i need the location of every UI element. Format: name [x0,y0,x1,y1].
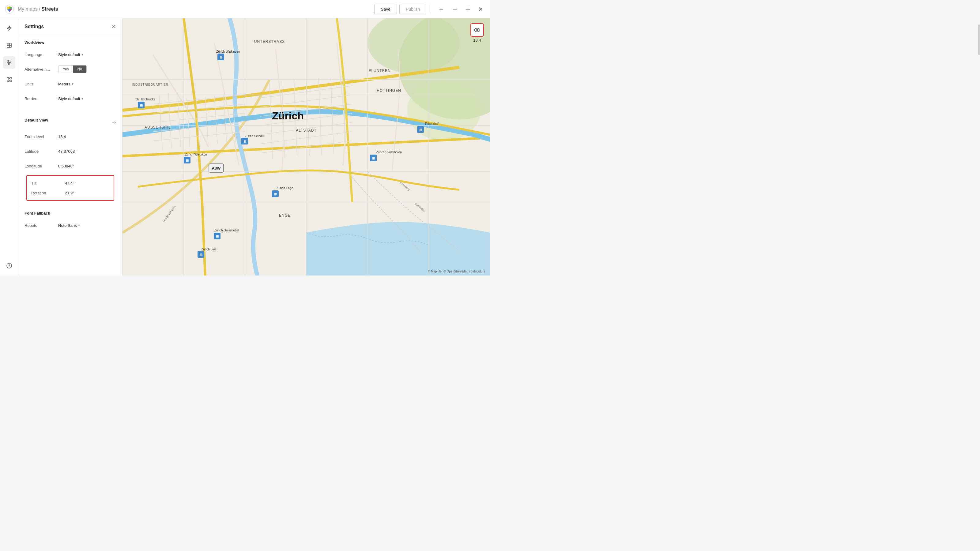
default-view-section: Default View ⊹ Zoom level 13.4 Latitude … [18,113,122,206]
map-area[interactable]: A3W ⊞ ⊞ ⊞ ⊞ ⊞ ⊞ ⊞ ⊞ [123,18,490,275]
language-chevron: ▾ [81,52,83,57]
puzzle-icon [6,76,12,83]
zoom-eye-button[interactable] [470,23,484,37]
language-label: Language [24,52,58,57]
publish-button[interactable]: Publish [399,4,426,14]
help-icon-btn[interactable]: ? [3,260,15,272]
units-chevron: ▾ [72,82,73,86]
font-fallback-title: Font Fallback [24,211,116,216]
svg-text:UNTERSTRASS: UNTERSTRASS [254,40,285,44]
svg-text:⊞: ⊞ [200,253,202,257]
svg-text:Zürich Enge: Zürich Enge [277,186,293,190]
topbar-divider [430,5,430,14]
units-select[interactable]: Meters ▾ [58,82,73,86]
latitude-label: Latitude [24,149,58,154]
alt-names-label: Alternative n... [24,67,58,71]
language-field: Language Style default ▾ [24,49,116,60]
svg-point-9 [10,62,11,63]
svg-text:⊞: ⊞ [419,128,422,132]
crosshair-icon[interactable]: ⊹ [112,119,116,125]
sliders-icon [6,59,12,65]
svg-text:Römerhof: Römerhof [425,122,439,125]
bolt-icon-btn[interactable] [3,22,15,34]
font-select[interactable]: Noto Sans ▾ [58,223,80,228]
default-view-title-row: Default View ⊹ [24,118,116,127]
breadcrumb: My maps/Streets [18,6,371,12]
svg-text:Zürich Stadelhofen: Zürich Stadelhofen [376,151,402,154]
zoom-level-display: 13.4 [473,38,481,43]
rotation-value: 21.9° [65,191,109,195]
longitude-field: Longitude 8.53848° [24,160,116,171]
svg-text:ALTSTADT: ALTSTADT [296,128,317,133]
borders-select[interactable]: Style default ▾ [58,97,83,101]
save-button[interactable]: Save [374,4,397,14]
font-label: Roboto [24,223,58,228]
worldview-title: Worldview [24,40,116,45]
app-logo [5,5,14,14]
svg-text:HOTTINGEN: HOTTINGEN [377,89,401,93]
svg-text:⊞: ⊞ [220,56,222,59]
settings-close-button[interactable]: ✕ [111,23,116,30]
svg-text:⊞: ⊞ [274,192,277,196]
nav-forward-button[interactable]: → [450,4,460,14]
worldview-section: Worldview Language Style default ▾ Alter… [18,35,122,113]
svg-text:Zürich Giesshübel: Zürich Giesshübel [215,229,239,232]
puzzle-icon-btn[interactable] [3,73,15,86]
zoom-field: Zoom level 13.4 [24,131,116,142]
nav-back-button[interactable]: ← [436,4,446,14]
tilt-field: Tilt 47.4° [27,177,114,188]
alt-names-no-btn[interactable]: No [73,65,86,73]
svg-rect-2 [7,43,10,46]
layers-icon [6,42,12,48]
svg-text:Zürich Selnau: Zürich Selnau [245,134,264,138]
svg-point-10 [8,64,10,65]
units-field: Units Meters ▾ [24,78,116,89]
font-chevron: ▾ [78,223,80,227]
svg-point-8 [8,60,9,62]
svg-text:INDUSTRIEQUARTIER: INDUSTRIEQUARTIER [132,83,169,86]
svg-text:Zürich: Zürich [272,110,304,122]
svg-text:⊞: ⊞ [140,103,143,107]
rotation-label: Rotation [31,191,65,195]
tilt-value: 47.4° [65,181,109,186]
topbar-nav: ← → ☰ ✕ [436,4,485,14]
rotation-field: Rotation 21.9° [27,188,114,199]
default-view-title: Default View [24,118,48,122]
eye-icon [474,27,480,33]
alt-names-toggle: Yes No [58,65,87,73]
main-content: ? Settings ✕ Worldview Language Style de… [0,18,490,275]
settings-panel: Settings ✕ Worldview Language Style defa… [18,18,123,275]
alt-names-field: Alternative n... Yes No [24,64,116,75]
font-field: Roboto Noto Sans ▾ [24,220,116,231]
settings-body: Worldview Language Style default ▾ Alter… [18,35,122,275]
nav-menu-button[interactable]: ☰ [463,4,473,14]
longitude-value: 8.53848° [58,164,116,168]
topbar-actions: Save Publish [374,4,426,14]
svg-text:⊞: ⊞ [243,140,246,143]
svg-text:ch Hardbrücke: ch Hardbrücke [135,98,155,101]
map-attribution: © MapTiler © OpenStreetMap contributors [428,270,485,273]
svg-point-96 [476,29,478,31]
latitude-value: 47.37063° [58,149,116,154]
tilt-label: Tilt [31,181,65,186]
settings-title: Settings [24,24,44,29]
longitude-label: Longitude [24,164,58,168]
sliders-icon-btn[interactable] [3,56,15,68]
svg-text:Zürich Wipkingen: Zürich Wipkingen [216,50,240,53]
units-label: Units [24,82,58,86]
svg-text:Zürich Wiedikon: Zürich Wiedikon [185,153,207,156]
nav-close-button[interactable]: ✕ [476,4,485,14]
borders-field: Borders Style default ▾ [24,93,116,104]
language-select[interactable]: Style default ▾ [58,52,83,57]
topbar: My maps/Streets Save Publish ← → ☰ ✕ [0,0,490,18]
svg-text:⊞: ⊞ [186,159,189,162]
svg-text:A3W: A3W [212,166,221,170]
icon-sidebar: ? [0,18,18,275]
font-fallback-section: Font Fallback Roboto Noto Sans ▾ [18,206,122,240]
layers-icon-btn[interactable] [3,39,15,51]
svg-text:⊞: ⊞ [216,235,219,238]
svg-text:?: ? [8,264,10,268]
zoom-value: 13.4 [58,134,116,139]
alt-names-yes-btn[interactable]: Yes [59,65,73,73]
svg-text:AUSSERSIHL: AUSSERSIHL [145,125,171,130]
